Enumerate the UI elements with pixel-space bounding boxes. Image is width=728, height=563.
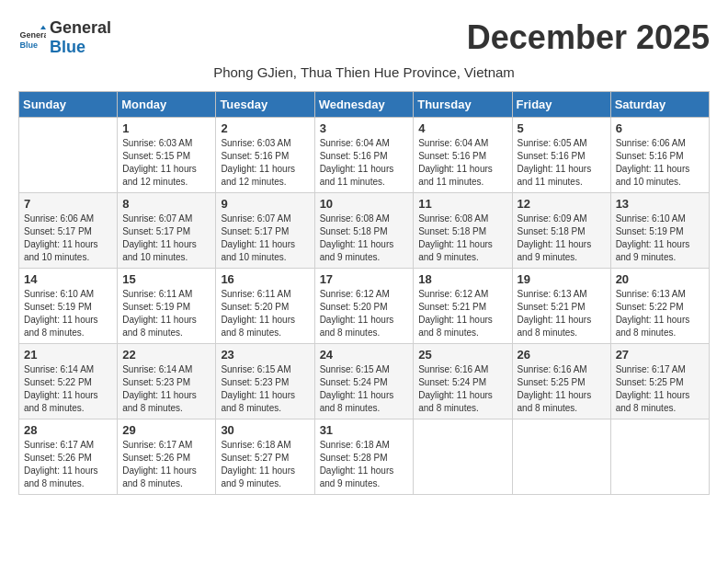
- calendar-cell: 28Sunrise: 6:17 AM Sunset: 5:26 PM Dayli…: [19, 419, 118, 495]
- day-number: 2: [221, 121, 309, 135]
- day-number: 29: [122, 423, 210, 437]
- day-detail: Sunrise: 6:03 AM Sunset: 5:15 PM Dayligh…: [122, 137, 210, 189]
- day-number: 9: [221, 197, 309, 211]
- logo-general-text: General: [50, 18, 111, 37]
- day-number: 16: [221, 272, 309, 286]
- day-number: 23: [221, 348, 309, 362]
- day-detail: Sunrise: 6:05 AM Sunset: 5:16 PM Dayligh…: [518, 137, 606, 189]
- day-detail: Sunrise: 6:15 AM Sunset: 5:23 PM Dayligh…: [221, 363, 309, 415]
- weekday-header-wednesday: Wednesday: [314, 92, 414, 118]
- weekday-header-tuesday: Tuesday: [216, 92, 314, 118]
- calendar-week-row: 21Sunrise: 6:14 AM Sunset: 5:22 PM Dayli…: [19, 344, 710, 419]
- day-number: 27: [616, 348, 704, 362]
- day-detail: Sunrise: 6:09 AM Sunset: 5:18 PM Dayligh…: [518, 213, 606, 264]
- calendar-cell: 27Sunrise: 6:17 AM Sunset: 5:25 PM Dayli…: [610, 344, 709, 419]
- calendar-cell: 19Sunrise: 6:13 AM Sunset: 5:21 PM Dayli…: [512, 269, 610, 344]
- calendar-week-row: 7Sunrise: 6:06 AM Sunset: 5:17 PM Daylig…: [19, 193, 710, 269]
- calendar-cell: 30Sunrise: 6:18 AM Sunset: 5:27 PM Dayli…: [216, 419, 314, 495]
- weekday-header-sunday: Sunday: [19, 92, 118, 118]
- calendar-cell: 13Sunrise: 6:10 AM Sunset: 5:19 PM Dayli…: [610, 193, 709, 269]
- calendar-cell: 18Sunrise: 6:12 AM Sunset: 5:21 PM Dayli…: [414, 269, 512, 344]
- calendar-cell: 23Sunrise: 6:15 AM Sunset: 5:23 PM Dayli…: [216, 344, 314, 419]
- calendar-cell: 21Sunrise: 6:14 AM Sunset: 5:22 PM Dayli…: [19, 344, 118, 419]
- day-detail: Sunrise: 6:17 AM Sunset: 5:26 PM Dayligh…: [122, 439, 210, 490]
- calendar-cell: 15Sunrise: 6:11 AM Sunset: 5:19 PM Dayli…: [118, 269, 216, 344]
- calendar-cell: 14Sunrise: 6:10 AM Sunset: 5:19 PM Dayli…: [19, 269, 118, 344]
- calendar-cell: 6Sunrise: 6:06 AM Sunset: 5:16 PM Daylig…: [610, 118, 709, 193]
- day-number: 24: [320, 348, 409, 362]
- day-detail: Sunrise: 6:06 AM Sunset: 5:17 PM Dayligh…: [24, 213, 112, 264]
- day-detail: Sunrise: 6:11 AM Sunset: 5:20 PM Dayligh…: [221, 288, 309, 339]
- calendar-table: SundayMondayTuesdayWednesdayThursdayFrid…: [18, 91, 710, 495]
- calendar-cell: 10Sunrise: 6:08 AM Sunset: 5:18 PM Dayli…: [314, 193, 414, 269]
- day-number: 10: [320, 197, 409, 211]
- day-detail: Sunrise: 6:08 AM Sunset: 5:18 PM Dayligh…: [418, 213, 506, 264]
- day-number: 28: [24, 423, 112, 437]
- calendar-cell: 8Sunrise: 6:07 AM Sunset: 5:17 PM Daylig…: [118, 193, 216, 269]
- day-detail: Sunrise: 6:08 AM Sunset: 5:18 PM Dayligh…: [320, 213, 409, 264]
- day-detail: Sunrise: 6:12 AM Sunset: 5:20 PM Dayligh…: [320, 288, 409, 339]
- day-number: 14: [24, 272, 112, 286]
- calendar-cell: 12Sunrise: 6:09 AM Sunset: 5:18 PM Dayli…: [512, 193, 610, 269]
- day-detail: Sunrise: 6:10 AM Sunset: 5:19 PM Dayligh…: [24, 288, 112, 339]
- calendar-cell: 17Sunrise: 6:12 AM Sunset: 5:20 PM Dayli…: [314, 269, 414, 344]
- day-number: 31: [320, 423, 409, 437]
- calendar-header-row: SundayMondayTuesdayWednesdayThursdayFrid…: [19, 92, 710, 118]
- calendar-cell: 7Sunrise: 6:06 AM Sunset: 5:17 PM Daylig…: [19, 193, 118, 269]
- calendar-cell: 9Sunrise: 6:07 AM Sunset: 5:17 PM Daylig…: [216, 193, 314, 269]
- weekday-header-thursday: Thursday: [414, 92, 512, 118]
- calendar-cell: 22Sunrise: 6:14 AM Sunset: 5:23 PM Dayli…: [118, 344, 216, 419]
- logo: General Blue General Blue: [18, 18, 111, 57]
- day-detail: Sunrise: 6:10 AM Sunset: 5:19 PM Dayligh…: [616, 213, 704, 264]
- svg-marker-2: [40, 26, 46, 30]
- day-number: 18: [418, 272, 506, 286]
- day-detail: Sunrise: 6:11 AM Sunset: 5:19 PM Dayligh…: [122, 288, 210, 339]
- calendar-week-row: 1Sunrise: 6:03 AM Sunset: 5:15 PM Daylig…: [19, 118, 710, 193]
- location-subtitle: Phong GJien, Thua Thien Hue Province, Vi…: [18, 64, 710, 80]
- calendar-cell: [610, 419, 709, 495]
- day-number: 17: [320, 272, 409, 286]
- day-number: 4: [418, 121, 506, 135]
- calendar-cell: 25Sunrise: 6:16 AM Sunset: 5:24 PM Dayli…: [414, 344, 512, 419]
- day-detail: Sunrise: 6:13 AM Sunset: 5:22 PM Dayligh…: [616, 288, 704, 339]
- day-number: 13: [616, 197, 704, 211]
- weekday-header-monday: Monday: [118, 92, 216, 118]
- calendar-cell: 31Sunrise: 6:18 AM Sunset: 5:28 PM Dayli…: [314, 419, 414, 495]
- month-title: December 2025: [467, 18, 710, 57]
- day-number: 30: [221, 423, 309, 437]
- day-number: 1: [122, 121, 210, 135]
- calendar-cell: 2Sunrise: 6:03 AM Sunset: 5:16 PM Daylig…: [216, 118, 314, 193]
- weekday-header-saturday: Saturday: [610, 92, 709, 118]
- day-number: 19: [518, 272, 606, 286]
- day-number: 8: [122, 197, 210, 211]
- day-number: 3: [320, 121, 409, 135]
- calendar-cell: 4Sunrise: 6:04 AM Sunset: 5:16 PM Daylig…: [414, 118, 512, 193]
- calendar-cell: [414, 419, 512, 495]
- page-header: General Blue General Blue December 2025: [18, 18, 710, 57]
- logo-blue-text: Blue: [50, 38, 85, 56]
- weekday-header-friday: Friday: [512, 92, 610, 118]
- calendar-cell: 5Sunrise: 6:05 AM Sunset: 5:16 PM Daylig…: [512, 118, 610, 193]
- day-detail: Sunrise: 6:15 AM Sunset: 5:24 PM Dayligh…: [320, 363, 409, 415]
- day-number: 25: [418, 348, 506, 362]
- day-detail: Sunrise: 6:07 AM Sunset: 5:17 PM Dayligh…: [122, 213, 210, 264]
- day-number: 12: [518, 197, 606, 211]
- day-detail: Sunrise: 6:17 AM Sunset: 5:25 PM Dayligh…: [616, 363, 704, 415]
- calendar-cell: 3Sunrise: 6:04 AM Sunset: 5:16 PM Daylig…: [314, 118, 414, 193]
- svg-text:General: General: [20, 30, 47, 40]
- day-number: 21: [24, 348, 112, 362]
- day-detail: Sunrise: 6:16 AM Sunset: 5:25 PM Dayligh…: [518, 363, 606, 415]
- day-detail: Sunrise: 6:16 AM Sunset: 5:24 PM Dayligh…: [418, 363, 506, 415]
- day-detail: Sunrise: 6:06 AM Sunset: 5:16 PM Dayligh…: [616, 137, 704, 189]
- day-detail: Sunrise: 6:04 AM Sunset: 5:16 PM Dayligh…: [418, 137, 506, 189]
- day-number: 5: [518, 121, 606, 135]
- calendar-week-row: 28Sunrise: 6:17 AM Sunset: 5:26 PM Dayli…: [19, 419, 710, 495]
- day-detail: Sunrise: 6:13 AM Sunset: 5:21 PM Dayligh…: [518, 288, 606, 339]
- day-number: 22: [122, 348, 210, 362]
- day-detail: Sunrise: 6:07 AM Sunset: 5:17 PM Dayligh…: [221, 213, 309, 264]
- calendar-cell: 20Sunrise: 6:13 AM Sunset: 5:22 PM Dayli…: [610, 269, 709, 344]
- calendar-cell: 1Sunrise: 6:03 AM Sunset: 5:15 PM Daylig…: [118, 118, 216, 193]
- calendar-cell: [512, 419, 610, 495]
- day-number: 7: [24, 197, 112, 211]
- day-number: 11: [418, 197, 506, 211]
